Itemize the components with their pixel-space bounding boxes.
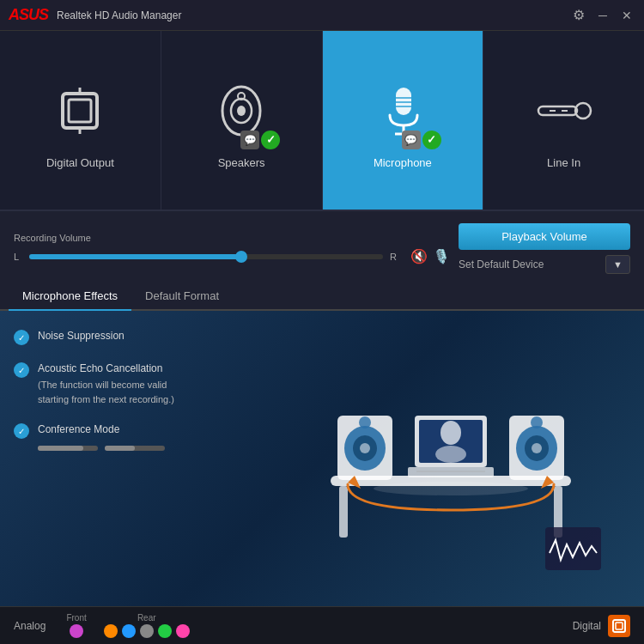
slider-left-label: L	[14, 252, 22, 262]
digital-output-icon	[41, 72, 118, 149]
svg-rect-35	[408, 467, 494, 477]
analog-label: Analog	[14, 620, 46, 632]
digital-output-label: Digital Output	[46, 156, 114, 169]
tab-digital-output[interactable]: Digital Output	[0, 31, 161, 210]
tab-speakers[interactable]: 💬 ✓ Speakers	[161, 31, 323, 210]
acoustic-echo-checkbox[interactable]: ✓	[14, 362, 29, 378]
conference-mode-label: Conference Mode	[38, 422, 119, 437]
speakers-label: Speakers	[218, 156, 265, 169]
microphone-badges: 💬 ✓	[402, 131, 441, 149]
effects-tabs: Microphone Effects Default Format	[0, 283, 644, 311]
speakers-badges: 💬 ✓	[240, 131, 280, 149]
volume-label: Recording Volume	[14, 233, 450, 243]
conference-mode-check-icon: ✓	[18, 427, 25, 436]
right-controls: Playback Volume Set Default Device ▼	[459, 223, 630, 274]
rear-dots	[104, 624, 190, 638]
svg-point-25	[359, 416, 371, 428]
svg-rect-1	[69, 100, 91, 122]
slider-fill	[29, 254, 241, 259]
volume-section: Recording Volume L R 🔇 🎙️	[14, 233, 450, 264]
svg-rect-19	[339, 486, 348, 538]
rear-dot-5[interactable]	[176, 624, 190, 638]
effects-left: ✓ Noise Suppression ✓ Acoustic Echo Canc…	[0, 311, 258, 606]
asus-logo: ASUS	[9, 6, 48, 24]
digital-label: Digital	[573, 620, 601, 632]
default-device-row: Set Default Device ▼	[459, 255, 630, 274]
room-illustration	[258, 311, 644, 606]
settings-icon[interactable]: ⚙	[570, 7, 587, 24]
room-svg	[288, 330, 614, 587]
svg-point-34	[435, 446, 466, 463]
noise-suppression-check-icon: ✓	[18, 333, 25, 343]
titlebar: ASUS Realtek HD Audio Manager ⚙ ─ ✕	[0, 0, 644, 31]
tab-microphone-effects[interactable]: Microphone Effects	[9, 283, 131, 311]
digital-section: Digital	[573, 615, 630, 637]
rear-dot-3[interactable]	[140, 624, 154, 638]
conference-mode-item: ✓ Conference Mode	[14, 422, 244, 439]
microphone-label: Microphone	[374, 156, 432, 169]
effects-panel: ✓ Noise Suppression ✓ Acoustic Echo Canc…	[0, 311, 644, 606]
tab-microphone[interactable]: 💬 ✓ Microphone	[323, 31, 484, 210]
window-controls: ⚙ ─ ✕	[570, 7, 635, 24]
status-bar: Analog Front Rear Digital	[0, 606, 644, 644]
main-container: Digital Output 💬 ✓ Speakers	[0, 31, 644, 644]
acoustic-echo-subtitle: (The function will become validstarting …	[38, 378, 174, 406]
check-badge: ✓	[261, 131, 280, 149]
playback-volume-button[interactable]: Playback Volume	[459, 223, 630, 250]
rear-group: Rear	[104, 613, 190, 638]
microphone-icon-container: 💬 ✓	[364, 72, 441, 149]
speaker-mute-icon[interactable]: 🔇	[410, 248, 428, 264]
slider-right-label: R	[390, 252, 398, 262]
svg-point-33	[440, 421, 461, 445]
device-tabs: Digital Output 💬 ✓ Speakers	[0, 31, 644, 211]
tab-line-in[interactable]: Line In	[483, 31, 644, 210]
front-dots	[70, 624, 83, 638]
default-device-dropdown[interactable]: ▼	[605, 255, 630, 274]
svg-point-29	[532, 443, 542, 453]
rear-label: Rear	[137, 613, 156, 623]
rear-dot-2[interactable]	[122, 624, 136, 638]
conf-slider-fill-1	[38, 446, 83, 451]
volume-icons: 🔇 🎙️	[410, 248, 450, 264]
conference-slider-2[interactable]	[105, 446, 165, 451]
acoustic-echo-item: ✓ Acoustic Echo Cancellation (The functi…	[14, 361, 244, 406]
dropdown-arrow: ▼	[613, 259, 623, 270]
svg-point-37	[374, 482, 528, 495]
chat-badge: 💬	[240, 131, 259, 149]
microphone-mute-icon[interactable]: 🎙️	[433, 248, 450, 264]
tab-default-format[interactable]: Default Format	[131, 283, 233, 311]
svg-rect-14	[538, 106, 577, 115]
acoustic-echo-title: Acoustic Echo Cancellation	[38, 361, 174, 376]
speakers-icon-container: 💬 ✓	[203, 72, 280, 149]
svg-point-6	[237, 106, 246, 116]
minimize-button[interactable]: ─	[594, 7, 611, 24]
conference-sliders	[38, 446, 244, 451]
mic-chat-badge: 💬	[402, 131, 421, 149]
front-label: Front	[66, 613, 86, 623]
svg-point-24	[360, 443, 370, 453]
acoustic-echo-label: Acoustic Echo Cancellation (The function…	[38, 361, 174, 406]
svg-rect-41	[613, 620, 625, 632]
app-title: Realtek HD Audio Manager	[57, 9, 570, 21]
rear-dot-4[interactable]	[158, 624, 172, 638]
line-in-label: Line In	[547, 156, 580, 169]
slider-row: L R 🔇 🎙️	[14, 248, 450, 264]
default-device-label: Set Default Device	[459, 258, 602, 270]
rear-dot-1[interactable]	[104, 624, 118, 638]
digital-icon[interactable]	[608, 615, 630, 637]
noise-suppression-item: ✓ Noise Suppression	[14, 328, 244, 345]
conference-mode-section: ✓ Conference Mode	[14, 422, 244, 451]
svg-rect-42	[616, 623, 623, 629]
conference-mode-checkbox[interactable]: ✓	[14, 423, 29, 439]
slider-thumb[interactable]	[235, 251, 247, 263]
acoustic-echo-check-icon: ✓	[18, 366, 25, 375]
close-button[interactable]: ✕	[618, 7, 635, 24]
mic-check-badge: ✓	[422, 131, 441, 149]
front-dot-1[interactable]	[70, 624, 83, 638]
svg-point-30	[531, 416, 543, 428]
front-group: Front	[66, 613, 86, 638]
recording-volume-slider[interactable]	[29, 254, 383, 259]
noise-suppression-label: Noise Suppression	[38, 328, 125, 343]
noise-suppression-checkbox[interactable]: ✓	[14, 330, 29, 345]
conference-slider-1[interactable]	[38, 446, 98, 451]
